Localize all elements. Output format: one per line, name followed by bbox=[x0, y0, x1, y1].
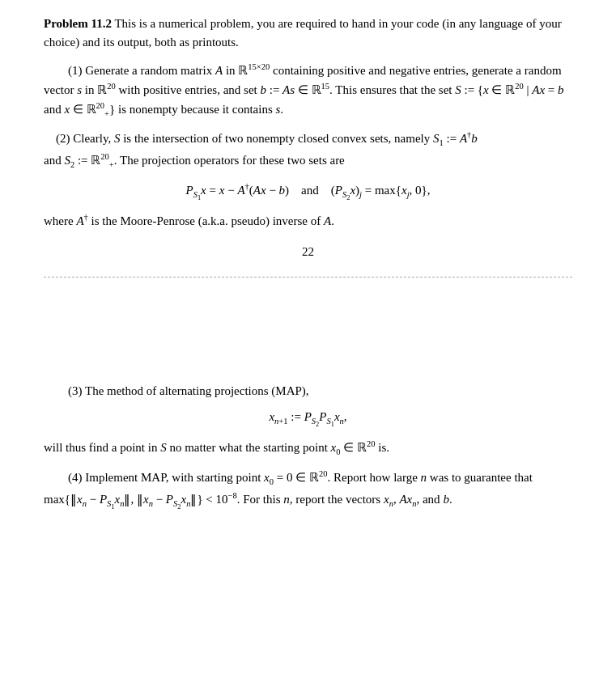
top-section: Problem 11.2 This is a numerical problem… bbox=[44, 15, 572, 278]
problem-header: Problem 11.2 This is a numerical problem… bbox=[44, 15, 572, 53]
part3-note: will thus find a point in S no matter wh… bbox=[44, 438, 572, 460]
page-number: 22 bbox=[44, 245, 572, 259]
formula1-display: PS1x = x − A†(Ax − b) and (PS2x)j = max{… bbox=[44, 182, 572, 201]
formula2-display: xn+1 := PS2PS1xn, bbox=[44, 410, 572, 428]
part2-note: where A† is the Moore-Penrose (a.k.a. ps… bbox=[44, 211, 572, 231]
middle-space bbox=[44, 278, 572, 367]
problem-intro: This is a numerical problem, you are req… bbox=[44, 17, 562, 49]
bottom-section: (3) The method of alternating projection… bbox=[44, 367, 572, 512]
formula1: PS1x = x − A†(Ax − b) and (PS2x)j = max{… bbox=[186, 184, 431, 197]
part4-para: (4) Implement MAP, with starting point x… bbox=[44, 468, 572, 512]
page: Problem 11.2 This is a numerical problem… bbox=[0, 0, 616, 678]
part1-para: (1) Generate a random matrix A in ℝ15×20… bbox=[44, 61, 572, 121]
part3-para: (3) The method of alternating projection… bbox=[44, 381, 572, 400]
problem-number: Problem 11.2 bbox=[44, 17, 112, 30]
part2-para: (2) Clearly, S is the intersection of tw… bbox=[44, 129, 572, 172]
